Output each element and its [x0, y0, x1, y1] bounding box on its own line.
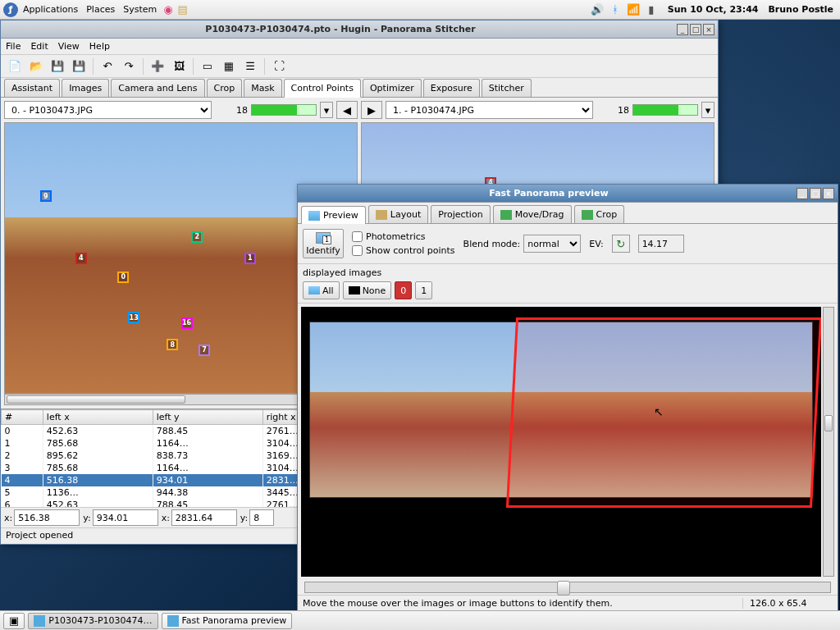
tab-stitcher[interactable]: Stitcher: [482, 79, 532, 97]
tab-crop[interactable]: Crop: [574, 205, 625, 223]
menu-system[interactable]: System: [123, 4, 157, 15]
identify-button[interactable]: Identify: [303, 229, 344, 258]
col-num[interactable]: #: [2, 410, 43, 425]
cp-marker[interactable]: 4: [75, 253, 87, 264]
distro-menu-icon[interactable]: ƒ: [3, 2, 18, 17]
clock[interactable]: Sun 10 Oct, 23:44: [668, 4, 759, 15]
show-all-button[interactable]: All: [303, 281, 340, 299]
show-desktop-button[interactable]: ▣: [3, 613, 25, 629]
hugin-window-title: P1030473-P1030474.pto - Hugin - Panorama…: [4, 24, 677, 34]
move-icon: [500, 210, 512, 220]
menu-edit[interactable]: Edit: [30, 41, 48, 52]
right-dropdown-icon[interactable]: ▾: [701, 102, 714, 118]
cursor-icon: ↖: [654, 405, 664, 418]
tab-crop[interactable]: Crop: [207, 79, 243, 97]
right-cp-count: 18: [596, 105, 629, 116]
preview-tabs: Preview Layout Projection Move/Drag Crop: [298, 203, 838, 224]
cp-marker[interactable]: 16: [181, 317, 193, 329]
hugin-titlebar[interactable]: P1030473-P1030474.pto - Hugin - Panorama…: [1, 21, 718, 39]
coord-y2-input[interactable]: [249, 509, 274, 526]
tab-mask[interactable]: Mask: [244, 79, 281, 97]
right-quality-bar: [632, 104, 698, 116]
preview-titlebar[interactable]: Fast Panorama preview _ □ ×: [298, 185, 838, 203]
maximize-button[interactable]: □: [690, 24, 701, 35]
coord-x2-input[interactable]: [171, 509, 237, 526]
close-button[interactable]: ×: [703, 24, 714, 35]
menu-applications[interactable]: Applications: [23, 4, 78, 15]
bluetooth-icon[interactable]: ᚼ: [609, 3, 622, 16]
task-hugin[interactable]: P1030473-P1030474…: [28, 613, 158, 629]
show-none-button[interactable]: None: [343, 281, 392, 299]
menu-help[interactable]: Help: [89, 41, 110, 52]
left-dropdown-icon[interactable]: ▾: [320, 102, 333, 118]
coord-x-input[interactable]: [14, 509, 80, 526]
menu-view[interactable]: View: [58, 41, 80, 52]
tab-images[interactable]: Images: [62, 79, 109, 97]
tab-control-points[interactable]: Control Points: [284, 79, 361, 98]
fullscreen-icon[interactable]: ⛶: [270, 57, 288, 75]
cp-marker[interactable]: 7: [199, 345, 210, 356]
cp-marker[interactable]: 13: [128, 312, 139, 323]
menu-places[interactable]: Places: [86, 4, 115, 15]
cp-marker[interactable]: 2: [191, 231, 203, 243]
save-as-icon[interactable]: 💾: [70, 57, 88, 75]
menu-file[interactable]: File: [6, 41, 21, 52]
battery-icon[interactable]: ▮: [645, 3, 658, 16]
col-leftx[interactable]: left x: [43, 410, 153, 425]
left-cp-count: 18: [215, 105, 248, 116]
crop-icon: [582, 210, 593, 220]
show-cp-checkbox[interactable]: Show control points: [352, 245, 455, 256]
add-image-icon[interactable]: ➕: [148, 57, 167, 75]
user-menu[interactable]: Bruno Postle: [768, 4, 833, 15]
gl-preview-icon[interactable]: ▦: [220, 57, 238, 75]
cp-marker[interactable]: 1: [244, 253, 256, 264]
tab-assistant[interactable]: Assistant: [4, 79, 60, 97]
run-assistant-icon[interactable]: 🖼: [170, 57, 188, 75]
notes-icon[interactable]: ▤: [178, 4, 188, 15]
tab-move-drag[interactable]: Move/Drag: [493, 205, 572, 223]
save-icon[interactable]: 💾: [48, 57, 66, 75]
panorama-render: [309, 322, 813, 498]
undo-icon[interactable]: ↶: [98, 57, 116, 75]
cp-marker[interactable]: 8: [167, 339, 178, 350]
minimize-button[interactable]: _: [677, 24, 688, 35]
preview-canvas[interactable]: ↖: [301, 307, 821, 577]
photometrics-checkbox[interactable]: Photometrics: [352, 231, 455, 242]
maximize-button[interactable]: □: [810, 188, 821, 199]
none-icon: [349, 286, 360, 294]
network-icon[interactable]: 📶: [627, 3, 640, 16]
preview-icon[interactable]: ▭: [199, 57, 217, 75]
preview-vscroll[interactable]: [823, 307, 834, 577]
tab-optimizer[interactable]: Optimizer: [363, 79, 422, 97]
cp-marker[interactable]: 0: [117, 272, 129, 283]
coord-y-input[interactable]: [93, 509, 158, 526]
ev-spinner[interactable]: 14.17: [638, 235, 684, 253]
task-preview[interactable]: Fast Panorama preview: [162, 613, 293, 629]
image-0-toggle[interactable]: 0: [395, 281, 412, 299]
preview-hslider[interactable]: [304, 582, 831, 593]
hugin-task-icon: [34, 615, 45, 627]
new-icon[interactable]: 📄: [6, 57, 24, 75]
tab-projection[interactable]: Projection: [431, 205, 490, 223]
image-1-toggle[interactable]: 1: [415, 281, 432, 299]
tab-layout[interactable]: Layout: [368, 205, 428, 223]
redo-icon[interactable]: ↷: [120, 57, 138, 75]
ev-reset-button[interactable]: ↻: [612, 235, 630, 253]
tab-exposure[interactable]: Exposure: [423, 79, 480, 97]
blend-mode-select[interactable]: normal: [523, 235, 581, 253]
col-lefty[interactable]: left y: [153, 410, 262, 425]
open-icon[interactable]: 📂: [27, 57, 45, 75]
preview-dimensions: 126.0 x 65.4: [742, 598, 833, 609]
minimize-button[interactable]: _: [797, 188, 808, 199]
next-pair-button[interactable]: ▶: [361, 101, 382, 119]
volume-icon[interactable]: 🔊: [591, 3, 604, 16]
tab-preview[interactable]: Preview: [301, 206, 366, 224]
tab-camera-lens[interactable]: Camera and Lens: [111, 79, 204, 97]
right-image-select[interactable]: 1. - P1030474.JPG: [386, 101, 593, 119]
firefox-icon[interactable]: ◉: [163, 4, 172, 15]
close-button[interactable]: ×: [823, 188, 834, 199]
cp-marker[interactable]: 9: [40, 190, 52, 202]
left-image-select[interactable]: 0. - P1030473.JPG: [4, 101, 212, 119]
prev-pair-button[interactable]: ◀: [336, 101, 358, 119]
list-icon[interactable]: ☰: [241, 57, 259, 75]
